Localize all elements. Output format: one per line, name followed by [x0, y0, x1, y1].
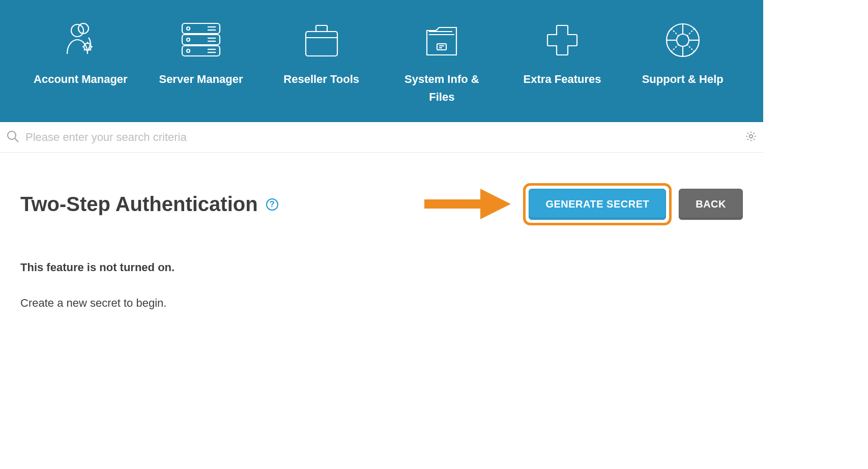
svg-point-0	[71, 24, 83, 37]
nav-support-help[interactable]: Support & Help	[622, 20, 743, 106]
svg-point-8	[187, 49, 190, 52]
svg-rect-3	[182, 23, 220, 34]
nav-extra-features[interactable]: Extra Features	[502, 20, 623, 106]
page-title: Two-Step Authentication	[20, 193, 258, 216]
nav-server-manager[interactable]: Server Manager	[141, 20, 262, 106]
nav-label: Support & Help	[642, 70, 724, 88]
svg-marker-31	[480, 189, 511, 219]
annotation-arrow-icon	[424, 186, 516, 223]
svg-rect-18	[437, 44, 446, 50]
account-manager-icon	[62, 20, 99, 60]
svg-point-6	[187, 27, 190, 30]
nav-label: Reseller Tools	[283, 70, 359, 88]
nav-label: Extra Features	[524, 70, 601, 88]
nav-label: System Info & Files	[391, 70, 493, 106]
svg-rect-16	[316, 25, 327, 32]
system-info-icon	[422, 20, 461, 60]
nav-label: Server Manager	[159, 70, 243, 88]
support-help-icon	[663, 20, 703, 60]
nav-account-manager[interactable]: Account Manager	[20, 20, 141, 106]
nav-system-info[interactable]: System Info & Files	[382, 20, 502, 106]
status-text: This feature is not turned on.	[20, 261, 743, 274]
svg-point-7	[187, 38, 190, 41]
svg-point-29	[749, 135, 753, 138]
search-input[interactable]	[25, 131, 739, 144]
svg-rect-30	[424, 199, 485, 209]
svg-rect-4	[182, 35, 220, 45]
generate-secret-button[interactable]: Generate Secret	[529, 189, 666, 220]
settings-icon[interactable]	[745, 130, 757, 144]
top-nav: Account Manager Server Manager Reseller	[0, 0, 763, 122]
annotation-highlight: Generate Secret	[523, 183, 672, 225]
svg-point-27	[8, 131, 16, 139]
search-icon	[6, 130, 19, 145]
server-manager-icon	[179, 20, 223, 60]
svg-point-22	[677, 34, 689, 46]
hint-text: Create a new secret to begin.	[20, 297, 743, 310]
svg-rect-5	[182, 46, 220, 56]
svg-rect-15	[306, 32, 337, 56]
nav-reseller-tools[interactable]: Reseller Tools	[261, 20, 382, 106]
page-content: Two-Step Authentication ? Generate Secre…	[0, 153, 763, 340]
back-button[interactable]: Back	[679, 189, 743, 220]
extra-features-icon	[542, 20, 582, 60]
reseller-tools-icon	[302, 20, 341, 60]
svg-line-28	[15, 138, 18, 142]
nav-label: Account Manager	[34, 70, 128, 88]
search-bar	[0, 122, 763, 153]
help-icon[interactable]: ?	[266, 198, 278, 211]
